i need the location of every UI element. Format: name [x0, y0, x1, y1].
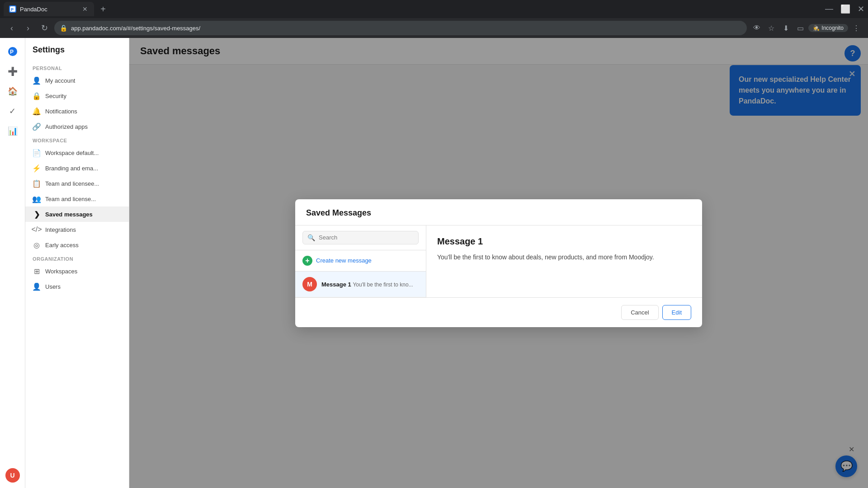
message-list: M Message 1 You'll be the first to kno..…: [295, 272, 426, 297]
tab-title: PandaDoc: [20, 6, 78, 13]
organization-section-label: ORGANIZATION: [25, 253, 129, 263]
message-item-name: Message 1: [321, 281, 353, 288]
workspaces-icon: ⊞: [33, 267, 41, 275]
early-access-icon: ◎: [33, 241, 41, 249]
app-content: P ➕ 🏠 ✓ 📊 U Settings PERSONAL 👤 My accou…: [0, 38, 868, 488]
star-icon[interactable]: ☆: [765, 22, 778, 34]
list-item[interactable]: M Message 1 You'll be the first to kno..…: [295, 272, 426, 297]
lock-icon: 🔒: [60, 24, 67, 32]
main-content: Saved messages ? ✕ Our new specialized H…: [129, 38, 868, 488]
browser-toolbar: ‹ › ↻ 🔒 app.pandadoc.com/a/#/settings/sa…: [0, 18, 868, 38]
modal-left-panel: 🔍 + Create new message M: [295, 225, 426, 297]
my-account-icon: 👤: [33, 76, 41, 84]
minimize-button[interactable]: —: [825, 4, 833, 14]
modal-body: 🔍 + Create new message M: [295, 225, 702, 297]
cancel-button[interactable]: Cancel: [621, 305, 658, 320]
toolbar-actions: 👁 ☆ ⬇ ▭ 🕵 Incognito ⋮: [750, 22, 863, 34]
download-icon[interactable]: ⬇: [779, 22, 792, 34]
left-rail: P ➕ 🏠 ✓ 📊 U: [0, 38, 25, 488]
browser-titlebar: P PandaDoc ✕ + — ⬜ ✕: [0, 0, 868, 18]
forward-button[interactable]: ›: [22, 22, 34, 34]
sidebar-header: Settings: [25, 45, 129, 62]
active-tab[interactable]: P PandaDoc ✕: [4, 2, 94, 16]
modal-title: Saved Messages: [306, 208, 371, 217]
tab-favicon: P: [9, 5, 16, 13]
workspaces-label: Workspaces: [45, 268, 77, 275]
users-icon: 👤: [33, 282, 41, 291]
saved-messages-icon: ❯: [33, 210, 41, 218]
user-avatar[interactable]: U: [5, 468, 20, 483]
maximize-button[interactable]: ⬜: [840, 4, 850, 14]
incognito-label: Incognito: [821, 25, 844, 31]
integrations-icon: </>: [33, 225, 41, 234]
sidebar-item-integrations[interactable]: </> Integrations: [25, 222, 129, 237]
reload-button[interactable]: ↻: [38, 22, 51, 34]
integrations-label: Integrations: [45, 226, 76, 233]
modal-overlay: Saved Messages 🔍: [129, 38, 868, 488]
modal-right-panel: Message 1 You'll be the first to know ab…: [426, 225, 702, 297]
rail-chart-icon[interactable]: 📊: [5, 123, 21, 139]
rail-add-button[interactable]: ➕: [5, 63, 21, 80]
create-icon: +: [302, 256, 312, 266]
sidebar-item-workspace-default[interactable]: 📄 Workspace default...: [25, 145, 129, 160]
edit-button[interactable]: Edit: [662, 305, 691, 320]
sidebar-item-security[interactable]: 🔒 Security: [25, 88, 129, 103]
search-input[interactable]: [319, 234, 414, 241]
incognito-icon: 🕵: [813, 25, 820, 31]
sidebar-item-users[interactable]: 👤 Users: [25, 279, 129, 294]
rail-check-icon[interactable]: ✓: [5, 103, 21, 119]
create-new-message-button[interactable]: + Create new message: [295, 250, 426, 272]
team-licenses-label: Team and licensee...: [45, 180, 99, 187]
notifications-icon: 🔔: [33, 107, 41, 115]
my-account-label: My account: [45, 77, 75, 84]
workspace-section-label: WORKSPACE: [25, 134, 129, 145]
sidebar-item-authorized-apps[interactable]: 🔗 Authorized apps: [25, 119, 129, 134]
sidebar-item-workspaces[interactable]: ⊞ Workspaces: [25, 263, 129, 279]
message-detail-body: You'll be the first to know about deals,…: [437, 252, 691, 262]
notifications-label: Notifications: [45, 108, 77, 115]
early-access-label: Early access: [45, 242, 79, 249]
menu-icon[interactable]: ⋮: [850, 22, 863, 34]
modal-actions-right: Cancel Edit: [621, 305, 691, 320]
message-detail-title: Message 1: [437, 236, 691, 247]
address-bar[interactable]: 🔒 app.pandadoc.com/a/#/settings/saved-me…: [54, 21, 747, 35]
search-input-wrap[interactable]: 🔍: [302, 231, 419, 244]
browser-frame: P PandaDoc ✕ + — ⬜ ✕ ‹ › ↻ 🔒 app.pandado…: [0, 0, 868, 488]
team-licenses-icon: 📋: [33, 179, 41, 188]
incognito-badge[interactable]: 🕵 Incognito: [808, 24, 848, 32]
sidebar: Settings PERSONAL 👤 My account 🔒 Securit…: [25, 38, 129, 488]
search-bar: 🔍: [295, 225, 426, 250]
rail-home-icon[interactable]: 🏠: [5, 83, 21, 99]
eye-off-icon[interactable]: 👁: [750, 22, 763, 34]
new-tab-button[interactable]: +: [98, 4, 108, 14]
message-item-preview: You'll be the first to kno...: [353, 282, 413, 288]
sidebar-item-branding[interactable]: ⚡ Branding and ema...: [25, 160, 129, 176]
workspace-default-label: Workspace default...: [45, 150, 99, 156]
svg-text:P: P: [11, 7, 14, 12]
sidebar-item-early-access[interactable]: ◎ Early access: [25, 237, 129, 253]
sidebar-item-team-licenses[interactable]: 📋 Team and licensee...: [25, 176, 129, 191]
window-controls: — ⬜ ✕: [825, 4, 864, 14]
modal-header: Saved Messages: [295, 199, 702, 225]
sidebar-item-team[interactable]: 👥 Team and license...: [25, 191, 129, 206]
avatar: M: [302, 277, 317, 291]
sidebar-item-my-account[interactable]: 👤 My account: [25, 73, 129, 88]
create-new-label: Create new message: [316, 257, 372, 264]
close-window-button[interactable]: ✕: [858, 4, 864, 14]
security-icon: 🔒: [33, 92, 41, 100]
back-button[interactable]: ‹: [5, 22, 18, 34]
branding-label: Branding and ema...: [45, 165, 98, 172]
sidebar-toggle-icon[interactable]: ▭: [794, 22, 807, 34]
personal-section-label: PERSONAL: [25, 62, 129, 73]
message-item-content: Message 1 You'll be the first to kno...: [321, 280, 419, 288]
modal-footer: Cancel Edit: [295, 297, 702, 327]
team-icon: 👥: [33, 195, 41, 203]
tab-close-button[interactable]: ✕: [81, 5, 89, 13]
rail-logo[interactable]: P: [5, 43, 21, 60]
workspace-default-icon: 📄: [33, 149, 41, 157]
sidebar-item-saved-messages[interactable]: ❯ Saved messages: [25, 206, 129, 222]
branding-icon: ⚡: [33, 164, 41, 172]
security-label: Security: [45, 93, 66, 99]
svg-text:P: P: [10, 49, 14, 55]
sidebar-item-notifications[interactable]: 🔔 Notifications: [25, 103, 129, 119]
